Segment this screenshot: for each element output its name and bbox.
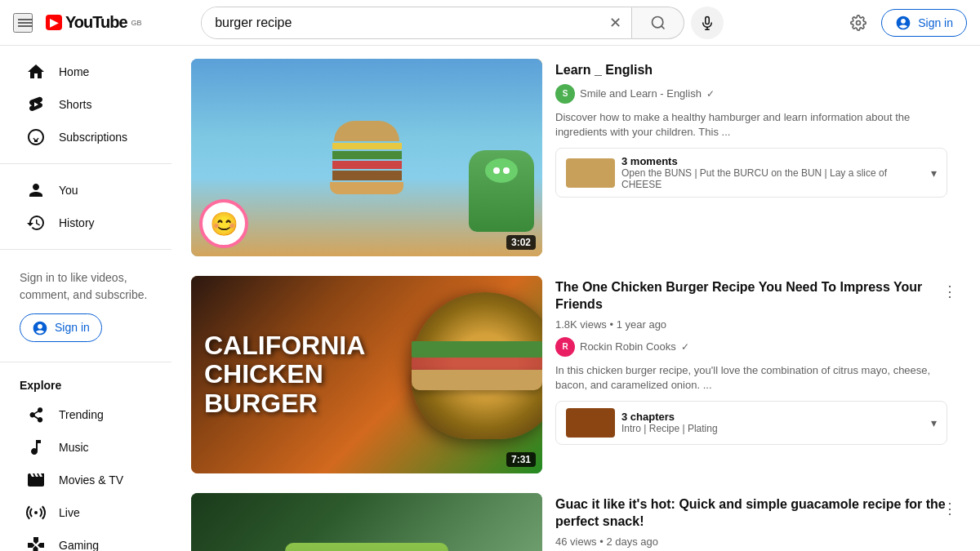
- time-ago: 2 days ago: [606, 535, 658, 548]
- trending-icon: [26, 405, 46, 424]
- sidebar-item-trending[interactable]: Trending: [7, 398, 165, 431]
- subscriptions-icon: [26, 127, 46, 147]
- voice-search-button[interactable]: [691, 7, 724, 39]
- sidebar-item-subscriptions[interactable]: Subscriptions: [7, 121, 165, 153]
- channel-row: S Smile and Learn - English ✓: [555, 84, 960, 104]
- sidebar-item-you[interactable]: You: [7, 174, 165, 207]
- view-count: 46 views: [555, 535, 597, 548]
- chapters-expand-icon[interactable]: ▾: [931, 416, 937, 429]
- movies-icon: [26, 470, 46, 490]
- menu-button[interactable]: [13, 13, 33, 33]
- sidebar-divider-3: [0, 362, 172, 362]
- channel-name[interactable]: Rockin Robin Cooks: [580, 340, 676, 353]
- sidebar-live-label: Live: [59, 506, 80, 519]
- you-icon: [26, 180, 46, 200]
- svg-point-0: [652, 16, 662, 27]
- video-item: 😊 3:02 Learn _ English S Smile and Learn…: [191, 59, 960, 256]
- video-info: Guac it like it's hot: Quick and simple …: [555, 493, 960, 551]
- sidebar-item-shorts[interactable]: Shorts: [7, 88, 165, 121]
- chapters-row[interactable]: 3 moments Open the BUNS | Put the BURCU …: [555, 148, 947, 198]
- gaming-icon: [26, 535, 46, 551]
- sidebar-item-music[interactable]: Music: [7, 431, 165, 464]
- header: ▶ YouTubeGB ✕: [0, 0, 980, 46]
- video-info: Learn _ English S Smile and Learn - Engl…: [555, 59, 960, 256]
- chapters-count: 3 moments: [621, 155, 924, 167]
- channel-avatar: R: [555, 337, 575, 357]
- sidebar-history-label: History: [59, 216, 95, 229]
- sidebar-item-live[interactable]: Live: [7, 496, 165, 529]
- microphone-icon: [700, 16, 715, 30]
- video-meta: 1.8K views • 1 year ago: [555, 318, 960, 331]
- svg-line-1: [662, 25, 665, 29]
- sidebar-you-label: You: [59, 184, 78, 197]
- verified-icon: ✓: [706, 88, 715, 100]
- video-meta: 46 views • 2 days ago: [555, 535, 960, 548]
- music-icon: [26, 438, 46, 457]
- chapter-thumbnail: [566, 158, 615, 188]
- search-clear-button[interactable]: ✕: [599, 7, 631, 38]
- sidebar-home-label: Home: [59, 65, 89, 78]
- sidebar-divider-1: [0, 163, 172, 164]
- video-thumbnail[interactable]: 😊 3:02: [191, 59, 542, 256]
- svg-point-3: [34, 511, 38, 514]
- video-menu-button[interactable]: ⋮: [939, 279, 960, 304]
- chapters-count: 3 chapters: [621, 411, 924, 423]
- channel-avatar: S: [555, 84, 575, 104]
- search-button[interactable]: [632, 7, 684, 39]
- chapters-row[interactable]: 3 chapters Intro | Recipe | Plating ▾: [555, 401, 947, 445]
- sidebar-music-label: Music: [59, 441, 89, 454]
- sidebar-item-movies[interactable]: Movies & TV: [7, 464, 165, 496]
- search-bar: ✕: [201, 7, 724, 39]
- chapters-info: 3 chapters Intro | Recipe | Plating: [621, 411, 924, 434]
- chapter-thumbnail: [566, 408, 615, 438]
- home-icon: [26, 62, 46, 82]
- sign-in-section: Sign in to like videos, comment, and sub…: [0, 260, 172, 352]
- video-description: Discover how to make a healthy hamburger…: [555, 110, 960, 140]
- sidebar: Home Shorts Subscriptions You History: [0, 46, 172, 551]
- video-title[interactable]: Guac it like it's hot: Quick and simple …: [555, 496, 960, 531]
- video-info: The One Chicken Burger Recipe You Need T…: [555, 276, 960, 473]
- sidebar-divider-2: [0, 249, 172, 250]
- sidebar-sign-in-label: Sign in: [55, 319, 90, 336]
- sidebar-sign-in-button[interactable]: Sign in: [20, 313, 102, 342]
- sign-in-button[interactable]: Sign in: [881, 9, 967, 37]
- video-thumbnail[interactable]: CALIFORNIACHICKENBURGER 7:31: [191, 276, 542, 473]
- logo[interactable]: ▶ YouTubeGB: [46, 13, 142, 32]
- chapters-text: Intro | Recipe | Plating: [621, 423, 924, 434]
- view-count: 1.8K views: [555, 318, 607, 331]
- video-title[interactable]: Learn _ English: [555, 62, 960, 79]
- logo-country: GB: [131, 19, 142, 27]
- time-ago: 1 year ago: [617, 318, 666, 331]
- video-title[interactable]: The One Chicken Burger Recipe You Need T…: [555, 279, 960, 313]
- live-icon: [26, 503, 46, 522]
- sidebar-gaming-label: Gaming: [59, 539, 99, 551]
- chapters-info: 3 moments Open the BUNS | Put the BURCU …: [621, 155, 924, 190]
- video-menu-button[interactable]: ⋮: [939, 496, 960, 521]
- search-input-wrap: ✕: [201, 7, 632, 39]
- video-item: CALIFORNIACHICKENBURGER 7:31 The One Chi…: [191, 276, 960, 473]
- page-layout: Home Shorts Subscriptions You History: [0, 46, 980, 551]
- video-duration: 3:02: [506, 235, 536, 250]
- video-thumbnail[interactable]: guacamole PERFECTGUACAMOLE!: [191, 493, 542, 551]
- sidebar-trending-label: Trending: [59, 408, 104, 421]
- explore-section-title: Explore: [0, 372, 172, 398]
- settings-icon: [850, 15, 866, 31]
- video-duration: 7:31: [506, 452, 536, 467]
- search-icon: [650, 15, 666, 31]
- video-item: guacamole PERFECTGUACAMOLE! Guac it like…: [191, 493, 960, 551]
- sidebar-item-history[interactable]: History: [7, 207, 165, 239]
- account-circle-icon: [895, 15, 911, 31]
- search-input[interactable]: [202, 7, 599, 38]
- channel-name[interactable]: Smile and Learn - English: [580, 87, 702, 100]
- account-icon: [32, 320, 48, 336]
- verified-icon: ✓: [681, 341, 689, 353]
- settings-button[interactable]: [842, 7, 875, 39]
- video-description: In this chicken burger recipe, you'll lo…: [555, 363, 960, 393]
- youtube-logo-text: YouTube: [65, 13, 127, 32]
- sidebar-subscriptions-label: Subscriptions: [59, 131, 127, 144]
- sidebar-item-gaming[interactable]: Gaming: [7, 529, 165, 551]
- channel-row: R Rockin Robin Cooks ✓: [555, 337, 960, 357]
- chapters-expand-icon[interactable]: ▾: [931, 167, 937, 180]
- chapters-text: Open the BUNS | Put the BURCU on the BUN…: [621, 167, 924, 190]
- sidebar-item-home[interactable]: Home: [7, 56, 165, 88]
